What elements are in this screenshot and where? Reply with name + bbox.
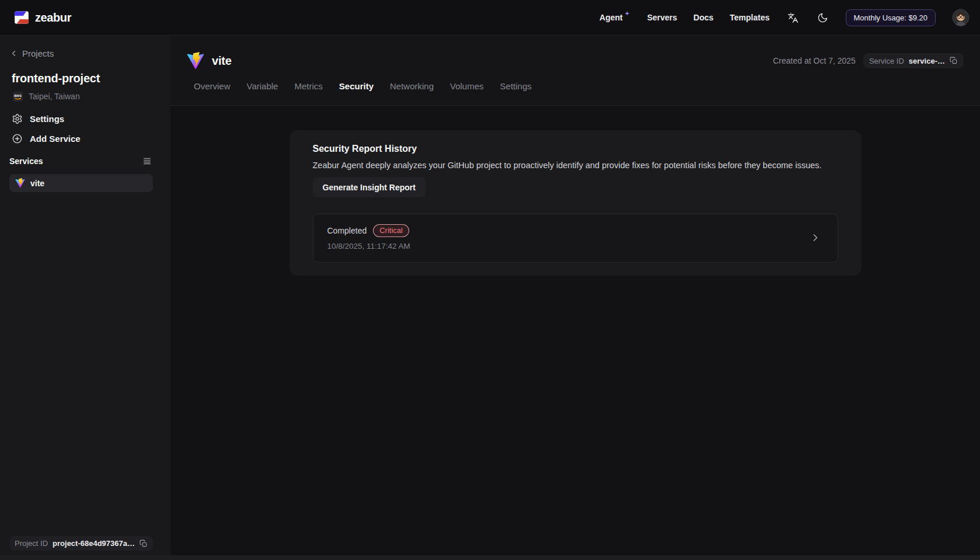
card-description: Zeabur Agent deeply analyzes your GitHub…: [313, 159, 838, 171]
report-list-item[interactable]: Completed Critical 10/8/2025, 11:17:42 A…: [313, 214, 838, 263]
copy-service-id-button[interactable]: [950, 57, 958, 65]
service-logo-icon: [187, 52, 204, 69]
project-id-pill: Project ID project-68e4d97367a…: [9, 536, 153, 551]
service-id-pill: Service ID service-…: [863, 53, 964, 68]
sidebar-spacer: [9, 192, 153, 536]
sparkle-icon: [623, 11, 631, 18]
service-tabs: Overview Variable Metrics Security Netwo…: [187, 81, 964, 105]
app-shell: Projects frontend-project aws Taipei, Ta…: [0, 36, 980, 560]
plus-circle-icon: [12, 133, 23, 144]
services-header: Services: [9, 155, 153, 167]
nav-docs[interactable]: Docs: [693, 13, 713, 22]
tab-networking[interactable]: Networking: [390, 81, 434, 91]
project-id-label: Project ID: [15, 539, 48, 548]
region-label: Taipei, Taiwan: [29, 92, 80, 101]
sidebar-item-settings[interactable]: Settings: [12, 109, 153, 128]
tab-overview[interactable]: Overview: [194, 81, 231, 91]
theme-toggle-button[interactable]: [816, 11, 829, 25]
window-bottom-edge: [0, 555, 980, 560]
sidebar-item-add-service[interactable]: Add Service: [12, 128, 153, 148]
zeabur-brand[interactable]: zeabur: [14, 10, 71, 25]
copy-icon: [950, 57, 958, 65]
copy-project-id-button[interactable]: [139, 540, 148, 548]
nav-agent-label: Agent: [599, 13, 623, 22]
chevron-left-icon: [9, 49, 18, 58]
tab-volumes[interactable]: Volumes: [450, 81, 484, 91]
services-list-toggle-button[interactable]: [141, 155, 153, 167]
copy-icon: [139, 540, 148, 548]
aws-icon: aws: [13, 92, 23, 102]
main-panel: vite Created at Oct 7, 2025 Service ID s…: [170, 36, 980, 560]
service-title: vite: [212, 54, 232, 68]
report-status: Completed: [327, 226, 367, 235]
nav-servers[interactable]: Servers: [647, 13, 677, 22]
tab-settings[interactable]: Settings: [500, 81, 532, 91]
back-to-projects-link[interactable]: Projects: [9, 47, 153, 59]
chevron-right-icon: [810, 232, 821, 244]
severity-badge: Critical: [373, 224, 409, 237]
tab-variable[interactable]: Variable: [247, 81, 278, 91]
tab-content: Security Report History Zeabur Agent dee…: [170, 106, 980, 560]
tab-metrics[interactable]: Metrics: [294, 81, 322, 91]
generate-insight-report-button[interactable]: Generate Insight Report: [313, 177, 426, 197]
service-name-label: vite: [30, 179, 44, 188]
services-label: Services: [9, 156, 43, 166]
list-icon: [142, 156, 152, 166]
add-service-label: Add Service: [30, 134, 81, 144]
card-title: Security Report History: [313, 143, 838, 155]
zeabur-logo-icon: [14, 10, 29, 25]
svg-text:aws: aws: [14, 93, 22, 98]
brand-wordmark: zeabur: [35, 11, 71, 25]
project-id-value: project-68e4d97367a…: [53, 539, 135, 548]
project-name: frontend-project: [12, 72, 153, 85]
sidebar: Projects frontend-project aws Taipei, Ta…: [0, 36, 170, 560]
sidebar-service-vite[interactable]: vite: [9, 174, 153, 192]
nav-agent[interactable]: Agent: [599, 13, 631, 22]
vite-logo-icon: [15, 178, 25, 188]
service-id-value: service-…: [909, 57, 945, 65]
service-header: vite Created at Oct 7, 2025 Service ID s…: [170, 36, 980, 106]
settings-label: Settings: [30, 114, 64, 124]
security-report-card: Security Report History Zeabur Agent dee…: [290, 130, 862, 276]
monthly-usage-badge[interactable]: Monthly Usage: $9.20: [846, 9, 936, 26]
avatar-image: [952, 9, 969, 26]
service-id-label: Service ID: [869, 57, 904, 65]
navbar-links: Agent Servers Docs Templates Monthly Usa…: [599, 9, 969, 26]
tab-security[interactable]: Security: [339, 81, 374, 91]
nav-templates[interactable]: Templates: [730, 13, 769, 22]
report-timestamp: 10/8/2025, 11:17:42 AM: [327, 242, 410, 251]
avatar[interactable]: [952, 9, 969, 26]
language-button[interactable]: [786, 11, 800, 25]
report-info: Completed Critical 10/8/2025, 11:17:42 A…: [327, 225, 410, 251]
gear-icon: [12, 113, 23, 124]
moon-icon: [817, 12, 828, 23]
translate-icon: [787, 12, 798, 23]
created-at-label: Created at Oct 7, 2025: [773, 56, 856, 65]
project-region: aws Taipei, Taiwan: [13, 91, 153, 102]
navbar: zeabur Agent Servers Docs Templates Mont…: [0, 0, 980, 36]
back-label: Projects: [22, 48, 54, 58]
